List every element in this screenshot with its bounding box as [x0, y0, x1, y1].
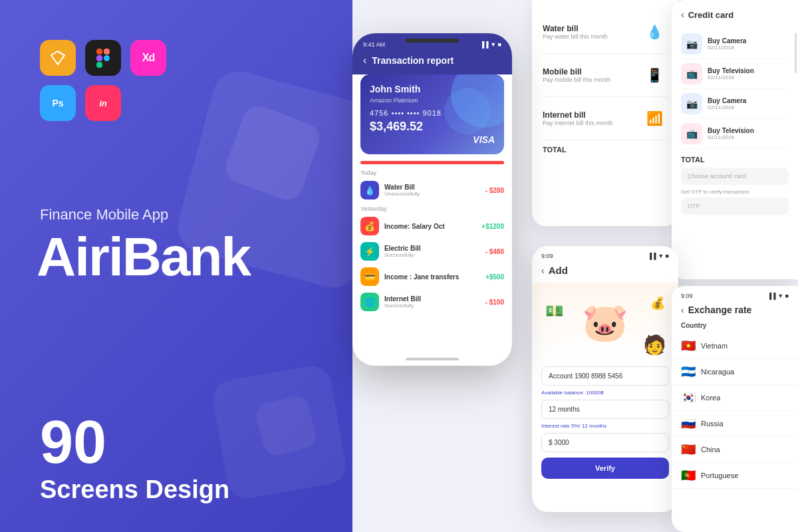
bill-info: Water bill Pay water bill this month [543, 24, 634, 40]
country-name-china: China [701, 446, 720, 454]
transaction-info: Income : Jane transfers [384, 273, 480, 281]
tx-amount: - $480 [485, 248, 504, 255]
status-icons: ▐▐ ▼ ■ [480, 41, 501, 48]
svg-rect-6 [96, 62, 102, 68]
flag-portuguese: 🇵🇹 [681, 468, 696, 483]
tx-name: Income : Jane transfers [384, 273, 480, 281]
flag-nicaragua: 🇳🇮 [681, 364, 696, 379]
account-input-mock[interactable]: Choose account/ card [681, 168, 789, 185]
cc-item-date: 02/11/2018 [708, 74, 789, 80]
bills-screen: Water bill Pay water bill this month 💧 M… [532, 0, 678, 226]
transaction-info: Electric Bill Successfully [384, 245, 480, 258]
country-name-korea: Korea [701, 394, 720, 402]
card-name: John Smith [370, 84, 495, 94]
back-icon-add[interactable]: ‹ [541, 265, 545, 276]
piggy-bank-icon: 🐷 [582, 301, 628, 344]
svg-rect-2 [96, 49, 102, 55]
cc-item-info: Buy Camera 02/11/2018 [708, 37, 789, 51]
status-time: 9:41 AM [363, 41, 385, 48]
transaction-icon: ⚡ [360, 242, 379, 261]
transaction-icon: 💳 [360, 267, 379, 286]
tool-row-1: Xd [40, 40, 166, 76]
card-number: 4756 •••• •••• 9018 [370, 109, 495, 117]
account-field[interactable]: Account 1900 8988 5456 [541, 366, 669, 386]
flag-korea: 🇰🇷 [681, 390, 696, 405]
list-item: 📺 Buy Television 02/11/2018 [681, 119, 789, 149]
transaction-icon: 🌐 [360, 293, 379, 311]
exchange-header: ‹ Exchange rate [672, 302, 798, 322]
credit-card: John Smith Amazon Platinium 4756 •••• ••… [360, 74, 504, 154]
list-item: Mobile bill Pay mobile bill this month 📱 [543, 54, 668, 97]
bill-info: Mobile bill Pay mobile bill this month [543, 67, 634, 83]
card-accent-bar [360, 161, 504, 164]
table-row: 💧 Water Bill Unsuccessfully - $280 [352, 178, 512, 203]
transaction-info: Water Bill Unsuccessfully [384, 184, 480, 197]
section-today: Today [360, 170, 504, 176]
cc-item-date: 02/11/2018 [708, 134, 789, 140]
status-time-exchange: 9:09 [681, 293, 693, 299]
cc-item-info: Buy Television 02/11/2018 [708, 127, 789, 140]
tool-icons-group: Xd Ps in [40, 40, 166, 121]
svg-rect-5 [104, 55, 110, 61]
country-name-nicaragua: Nicaragua [701, 368, 734, 376]
tx-name: Electric Bill [384, 245, 480, 252]
tool-row-2: Ps in [40, 85, 166, 121]
cc-item-name: Buy Camera [708, 37, 789, 45]
screens-count: 90 [40, 412, 106, 472]
transaction-icon: 💰 [360, 217, 379, 235]
interest-label: Interest rate 5%/ 12 months [541, 423, 669, 429]
person-icon: 🧑 [643, 334, 666, 356]
credit-header: ‹ Credit card [681, 9, 789, 20]
tx-amount: - $100 [485, 299, 504, 306]
xd-icon: Xd [130, 40, 166, 76]
back-icon-exchange[interactable]: ‹ [681, 305, 684, 315]
months-field[interactable]: 12 months [541, 400, 669, 419]
status-bar-transaction: 9:41 AM ▐▐ ▼ ■ [352, 33, 512, 51]
tx-status: Unsuccessfully [384, 191, 480, 197]
transaction-info: Income: Salary Oct [384, 223, 476, 230]
card-type: Amazon Platinium [370, 97, 495, 104]
tx-name: Internet Bill [384, 295, 480, 303]
tx-amount: +$1200 [481, 223, 504, 230]
home-indicator [406, 358, 459, 360]
ps-icon: Ps [40, 85, 76, 121]
back-icon-credit[interactable]: ‹ [681, 9, 684, 20]
table-row: 💰 Income: Salary Oct +$1200 [352, 213, 512, 239]
list-item: 📷 Buy Camera 02/11/2018 [681, 89, 789, 119]
flag-china: 🇨🇳 [681, 442, 696, 457]
tx-status: Successfully [384, 252, 480, 258]
money-icon-2: 💰 [650, 296, 665, 311]
verify-button[interactable]: Verify [541, 458, 669, 479]
status-icons-exchange: ▐▐ ▼ ■ [767, 293, 789, 299]
invision-icon: in [85, 85, 121, 121]
bill-desc: Pay mobile bill this month [543, 76, 634, 83]
cc-item-info: Buy Camera 02/11/2018 [708, 97, 789, 110]
bill-icon: 💧 [641, 19, 668, 45]
cc-item-name: Buy Television [708, 127, 789, 134]
country-name-portuguese: Portuguese [701, 471, 738, 479]
bill-icon: 📱 [641, 62, 668, 88]
country-label: Country [681, 322, 789, 329]
bill-info: Internet bill Pay internet bill this mon… [543, 110, 634, 126]
bill-name: Mobile bill [543, 67, 634, 76]
tx-amount: +$500 [485, 273, 504, 281]
otp-input-mock[interactable]: OTP [681, 198, 789, 215]
figma-icon [85, 40, 121, 76]
status-bar-add: 9:09 ▐▐ ▼ ■ [532, 246, 678, 262]
scrollbar[interactable] [795, 33, 797, 73]
visa-logo: VISA [473, 134, 495, 145]
amount-field[interactable]: $ 3000 [541, 433, 669, 452]
cc-item-date: 02/11/2018 [708, 45, 789, 51]
back-icon[interactable]: ‹ [363, 55, 366, 66]
exchange-title: Exchange rate [688, 305, 752, 315]
list-item: Internet bill Pay internet bill this mon… [543, 97, 668, 140]
svg-rect-4 [96, 55, 102, 61]
tx-name: Water Bill [384, 184, 480, 191]
bill-name: Water bill [543, 24, 634, 33]
list-item: Water bill Pay water bill this month 💧 [543, 11, 668, 54]
list-item: 🇳🇮 Nicaragua [672, 359, 798, 385]
tx-status: Successfully [384, 303, 480, 309]
table-row: 🌐 Internet Bill Successfully - $100 [352, 289, 512, 315]
hero-subtitle: Finance Mobile App [40, 206, 168, 223]
cc-item-icon: 📺 [681, 63, 702, 84]
